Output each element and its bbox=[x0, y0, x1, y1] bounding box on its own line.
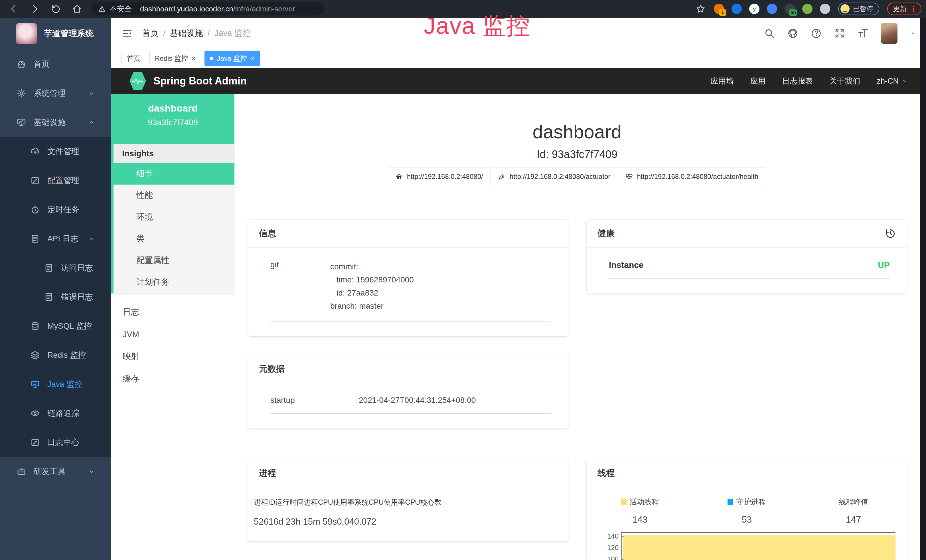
sidebar-item[interactable]: Java 监控 bbox=[0, 370, 111, 399]
instance-menu-item[interactable]: 性能 bbox=[113, 185, 235, 206]
extension-icon[interactable]: y bbox=[749, 4, 760, 14]
instance-menu-item-label: 细节 bbox=[136, 168, 153, 179]
browser-menu-icon[interactable] bbox=[909, 4, 917, 14]
browser-profile-chip[interactable]: 已暂停 bbox=[838, 3, 879, 15]
sidebar-item[interactable]: API 日志 bbox=[0, 224, 111, 253]
app-logo-row[interactable]: 芋道管理系统 bbox=[0, 18, 111, 50]
search-icon[interactable] bbox=[764, 28, 775, 39]
sba-nav-item[interactable]: 应用 bbox=[750, 76, 766, 86]
extension-icon[interactable] bbox=[802, 4, 813, 14]
instance-menu-item-label: 类 bbox=[136, 233, 145, 244]
extension-icon[interactable] bbox=[731, 4, 742, 14]
forward-icon[interactable] bbox=[30, 4, 40, 14]
breadcrumb-item[interactable]: Java 监控 bbox=[215, 28, 251, 39]
close-tab-icon[interactable] bbox=[250, 55, 255, 62]
extension-icon[interactable] bbox=[820, 4, 830, 14]
extension-icon[interactable] bbox=[767, 4, 777, 14]
tab[interactable]: Java 监控 bbox=[204, 51, 260, 66]
info-card: 信息 git commit:time: 1596289704000id: 27a… bbox=[248, 219, 568, 336]
instance-menu-item[interactable]: 映射 bbox=[111, 345, 235, 368]
instance-url-button[interactable]: http://192.168.0.2:48080/ bbox=[388, 167, 491, 186]
metadata-card: 元数据 startup 2021-04-27T00:44:31.254+08:0… bbox=[248, 355, 568, 428]
instance-url-button[interactable]: http://192.168.0.2:48080/actuator bbox=[490, 167, 618, 186]
instance-menu-item[interactable]: 配置属性 bbox=[113, 250, 235, 271]
sidebar-item-icon bbox=[30, 437, 40, 447]
instance-menu-item[interactable]: JVM bbox=[111, 323, 235, 345]
instance-menu-item[interactable]: 细节 bbox=[113, 163, 235, 185]
breadcrumb: 首页 / 基础设施 / Java 监控 bbox=[142, 28, 251, 39]
hamburger-icon[interactable] bbox=[121, 28, 133, 39]
sidebar-item-label: API 日志 bbox=[47, 233, 79, 244]
app-title: 芋道管理系统 bbox=[44, 28, 94, 39]
process-column-header: 进程CPU使用率 bbox=[304, 498, 354, 507]
sba-logo-icon[interactable] bbox=[130, 72, 146, 90]
sidebar-item[interactable]: 文件管理 bbox=[0, 137, 111, 166]
sidebar-item[interactable]: 链路追踪 bbox=[0, 399, 111, 428]
sba-locale-label: zh-CN bbox=[877, 77, 899, 86]
extension-icon[interactable]: 1 bbox=[714, 4, 724, 14]
breadcrumb-item[interactable]: 基础设施 bbox=[170, 28, 203, 39]
avatar[interactable] bbox=[881, 23, 897, 44]
instance-menu-item-label: 缓存 bbox=[123, 373, 139, 384]
sba-brand[interactable]: Spring Boot Admin bbox=[153, 75, 247, 87]
sidebar-item[interactable]: 研发工具 bbox=[0, 457, 111, 486]
sidebar-item[interactable]: 配置管理 bbox=[0, 166, 111, 195]
help-icon[interactable] bbox=[811, 28, 822, 39]
instance-header[interactable]: dashboard 93a3fc7f7409 bbox=[111, 94, 235, 144]
sba-locale-select[interactable]: zh-CN bbox=[877, 77, 908, 86]
instance-menu-item[interactable]: 日志 bbox=[111, 301, 235, 323]
fullscreen-icon[interactable] bbox=[834, 28, 845, 39]
sidebar-item[interactable]: 错误日志 bbox=[0, 282, 111, 312]
sba-nav-item[interactable]: 日志报表 bbox=[782, 76, 813, 86]
reload-icon[interactable] bbox=[51, 4, 61, 14]
url-button-label: http://192.168.0.2:48080/ bbox=[407, 173, 483, 180]
instance-menu-item[interactable]: 缓存 bbox=[111, 368, 235, 390]
sidebar-item-label: 文件管理 bbox=[47, 146, 79, 157]
info-line: id: 27aa832 bbox=[330, 286, 414, 300]
sba-nav-item[interactable]: 应用墙 bbox=[710, 76, 734, 86]
extension-icon[interactable]: on bbox=[785, 4, 795, 14]
tab[interactable]: Redis 监控 bbox=[150, 51, 201, 66]
chevron-icon bbox=[88, 89, 95, 97]
back-icon[interactable] bbox=[9, 4, 19, 14]
metadata-row-label: startup bbox=[270, 396, 359, 405]
browser-update-button[interactable]: 更新 bbox=[887, 3, 921, 15]
browser-scrollbar[interactable] bbox=[920, 18, 926, 560]
sidebar-item[interactable]: Redis 监控 bbox=[0, 341, 111, 370]
process-value: 6d 23h 15m 59s bbox=[274, 517, 337, 527]
sidebar-item-icon bbox=[30, 147, 40, 156]
sidebar-item[interactable]: 基础设施 bbox=[0, 108, 111, 137]
breadcrumb-item[interactable]: 首页 bbox=[142, 28, 159, 39]
sidebar-item[interactable]: 首页 bbox=[0, 50, 111, 79]
bookmark-star-icon[interactable] bbox=[696, 4, 706, 14]
instance-menu-item[interactable]: 类 bbox=[113, 228, 235, 250]
sidebar-item-icon bbox=[44, 263, 54, 273]
sidebar-item[interactable]: 日志中心 bbox=[0, 428, 111, 457]
sidebar-item[interactable]: MySQL 监控 bbox=[0, 312, 111, 341]
address-bar[interactable]: 不安全 dashboard.yudao.iocoder.cn/infra/adm… bbox=[91, 2, 325, 15]
info-row-git: git commit:time: 1596289704000id: 27aa83… bbox=[270, 260, 551, 321]
thread-stat: 守护进程 53 bbox=[693, 497, 800, 525]
thread-stat-value: 53 bbox=[693, 515, 800, 525]
history-icon[interactable] bbox=[885, 228, 896, 239]
status-badge: UP bbox=[878, 260, 890, 270]
info-line: commit: bbox=[330, 260, 414, 273]
url-divider bbox=[136, 5, 136, 12]
sidebar-item[interactable]: 系统管理 bbox=[0, 79, 111, 108]
sidebar-item-icon bbox=[30, 205, 40, 215]
github-icon[interactable] bbox=[787, 28, 798, 39]
close-tab-icon[interactable] bbox=[191, 55, 196, 62]
instance-menu-item[interactable]: 环境 bbox=[113, 206, 235, 228]
home-icon[interactable] bbox=[72, 4, 82, 14]
tab[interactable]: 首页 bbox=[121, 51, 146, 66]
sidebar-item[interactable]: 访问日志 bbox=[0, 253, 111, 282]
chevron-icon bbox=[88, 119, 95, 126]
avatar-caret-icon[interactable] bbox=[910, 30, 916, 36]
font-size-icon[interactable] bbox=[858, 28, 869, 39]
sidebar-item[interactable]: 定时任务 bbox=[0, 195, 111, 224]
instance-menu-item[interactable]: 计划任务 bbox=[113, 271, 235, 293]
instance-url-button[interactable]: http://192.168.0.2:48080/actuator/health bbox=[618, 167, 766, 186]
info-row-label: git bbox=[270, 260, 330, 313]
sba-nav-item[interactable]: 关于我们 bbox=[829, 76, 860, 86]
instance-menu-item-label: 环境 bbox=[136, 211, 153, 223]
